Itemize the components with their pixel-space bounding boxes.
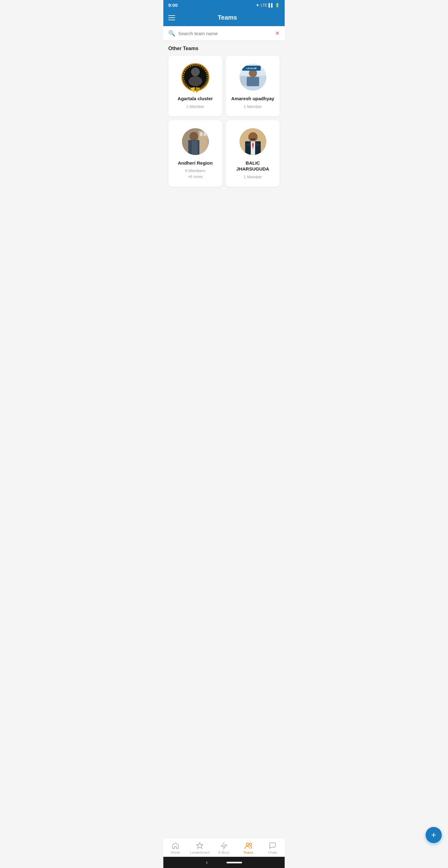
team-card-amaresh[interactable]: LALALAB Amaresh upadhyay 1 Member [226, 56, 280, 116]
team-name-balic: BALIC JHARSUGUDA [230, 160, 276, 172]
teams-grid: Agartala cluster 1 Member [168, 56, 280, 187]
avatar-amaresh: LALALAB [239, 63, 267, 91]
ebuzz-icon [220, 842, 228, 849]
nav-leaderboard[interactable]: Leaderboard [188, 841, 212, 856]
svg-rect-16 [198, 131, 208, 156]
bottom-nav: Home Leaderboard E-Buzz Teams Chats [163, 838, 285, 857]
svg-rect-17 [200, 132, 202, 136]
main-content: Other Teams Agartala cluster 1 Member [163, 41, 285, 838]
svg-point-40 [249, 843, 252, 845]
home-icon [172, 842, 179, 849]
svg-marker-38 [197, 842, 203, 848]
avatar-balic [239, 128, 267, 156]
wifi-icon: ▼ [256, 3, 259, 7]
svg-point-1 [191, 67, 200, 76]
avatar-andheri [181, 128, 210, 156]
nav-teams[interactable]: Teams [236, 841, 260, 856]
medal-ribbon [190, 88, 200, 93]
team-more-andheri: +6 more [188, 174, 202, 179]
svg-point-30 [248, 132, 258, 142]
chats-icon [269, 842, 276, 849]
teams-icon [244, 842, 252, 849]
home-indicator[interactable] [226, 862, 242, 863]
nav-chats-label: Chats [268, 850, 277, 854]
section-title: Other Teams [168, 46, 280, 51]
hamburger-line-3 [168, 20, 175, 20]
avatar-agartala [181, 63, 210, 91]
menu-button[interactable] [168, 15, 175, 20]
svg-point-19 [189, 132, 198, 141]
status-bar: 9:00 ▼ LTE ▌▌ 🔋 [163, 0, 285, 10]
team-card-agartala[interactable]: Agartala cluster 1 Member [168, 56, 222, 116]
team-card-balic[interactable]: BALIC JHARSUGUDA 1 Member [226, 120, 280, 187]
battery-icon: 🔋 [275, 3, 280, 7]
svg-rect-20 [188, 140, 199, 156]
search-bar: 🔍 ✕ [163, 26, 285, 41]
page-title: Teams [175, 14, 280, 21]
signal-icon: ▌▌ [268, 3, 274, 7]
team-card-andheri[interactable]: Andheri Region 9 Members +6 more [168, 120, 222, 187]
team-name-amaresh: Amaresh upadhyay [231, 96, 274, 102]
svg-point-39 [246, 843, 249, 845]
header: Teams [163, 10, 285, 26]
nav-leaderboard-label: Leaderboard [190, 850, 210, 854]
nav-home[interactable]: Home [163, 841, 188, 856]
status-time: 9:00 [168, 2, 178, 8]
svg-rect-10 [247, 77, 259, 86]
nav-home-label: Home [171, 850, 180, 854]
team-name-andheri: Andheri Region [178, 160, 213, 166]
nav-ebuzz[interactable]: E-Buzz [212, 841, 236, 856]
back-button[interactable]: ‹ [206, 860, 207, 865]
hamburger-line-2 [168, 18, 175, 18]
team-members-amaresh: 1 Member [244, 104, 262, 109]
team-name-agartala: Agartala cluster [178, 96, 213, 102]
team-members-agartala: 1 Member [186, 104, 204, 109]
svg-rect-18 [204, 132, 206, 136]
status-icons: ▼ LTE ▌▌ 🔋 [256, 3, 280, 7]
svg-point-2 [189, 76, 202, 86]
nav-chats[interactable]: Chats [260, 841, 285, 856]
team-members-balic: 1 Member [244, 175, 262, 179]
svg-text:LALALAB: LALALAB [246, 67, 256, 69]
lte-label: LTE [261, 3, 267, 7]
nav-ebuzz-label: E-Buzz [218, 850, 229, 854]
clear-search-button[interactable]: ✕ [275, 30, 280, 37]
leaderboard-icon [196, 842, 203, 849]
nav-teams-label: Teams [243, 850, 253, 854]
search-input[interactable] [178, 31, 272, 36]
system-bar: ‹ [163, 857, 285, 868]
search-icon: 🔍 [168, 30, 175, 37]
svg-point-31 [251, 138, 253, 140]
svg-point-32 [253, 138, 255, 140]
team-members-andheri: 9 Members [185, 168, 205, 173]
hamburger-line-1 [168, 15, 175, 16]
